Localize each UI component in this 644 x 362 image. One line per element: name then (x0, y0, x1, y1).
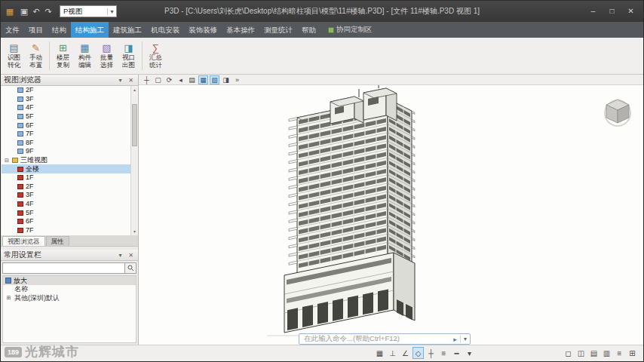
tree-group-3d-views[interactable]: ⊟三维视图 (2, 156, 137, 165)
ribbon-tab-项目[interactable]: 项目 (24, 22, 48, 38)
view-cube[interactable] (601, 94, 634, 127)
minimize-button[interactable]: – (584, 2, 603, 20)
tree-item-label: 4F (26, 103, 34, 112)
sidebar-tab-属性[interactable]: 属性 (46, 236, 69, 246)
collapse-panel-icon[interactable]: ▾ (116, 77, 124, 84)
run-command-icon[interactable]: ▸ (450, 336, 460, 343)
layout-split-icon[interactable]: ◫ (575, 347, 587, 359)
settings-search-input[interactable] (2, 262, 124, 274)
units-dropdown-icon[interactable]: ▾ (464, 347, 475, 359)
ribbon-tab-建筑施工[interactable]: 建筑施工 (109, 22, 146, 38)
toolbar-separator (49, 41, 50, 70)
orbit-icon[interactable]: ⟳ (164, 75, 174, 84)
tree-item-3d-4F[interactable]: 4F (2, 200, 137, 209)
section-box-icon[interactable]: ◨ (221, 75, 231, 84)
command-input[interactable]: 在此输入命令...(帮助Ctrl+F12) (299, 334, 450, 344)
tree-item-plan-9F[interactable]: 9F (2, 147, 137, 156)
command-history-icon[interactable]: ▾ (460, 336, 470, 342)
collapse-panel-icon[interactable]: ▾ (116, 252, 124, 259)
previous-view-icon[interactable]: ◂ (176, 75, 186, 84)
sidebar-tab-视图浏览器[interactable]: 视图浏览器 (2, 236, 45, 246)
building-model-3d[interactable] (139, 75, 643, 345)
tree-scrollbar[interactable]: ▴ ▾ (130, 86, 138, 235)
more-tools-icon[interactable]: » (232, 75, 242, 84)
3d-view-icon (17, 201, 23, 207)
tree-item-3d-1F[interactable]: 1F (2, 173, 137, 183)
panel-bottom-icon[interactable]: ▥ (601, 347, 612, 359)
dynamic-input-icon[interactable]: ≡ (438, 347, 449, 359)
wireframe-style-icon[interactable]: ▦ (198, 75, 208, 84)
tree-item-plan-8F[interactable]: 8F (2, 139, 137, 148)
crosshair-icon[interactable]: ┼ (425, 347, 437, 359)
close-panel-icon[interactable]: ✕ (127, 252, 135, 259)
redo-icon[interactable]: ↷ (42, 7, 54, 17)
ribbon-button-构件编辑[interactable]: ▦构件编辑 (75, 39, 95, 72)
quick-settings-group-放大[interactable]: 放大 (3, 276, 136, 285)
undo-icon[interactable]: ↶ (30, 7, 42, 17)
tree-item-plan-7F[interactable]: 7F (2, 130, 137, 139)
ribbon-button-楼层复制[interactable]: ⊞楼层复制 (53, 39, 73, 72)
layout-single-icon[interactable]: ◻ (563, 347, 574, 359)
tree-item-3d-全楼[interactable]: 全楼 (2, 164, 137, 173)
app-menu-icon[interactable]: ▦ (4, 7, 16, 17)
grid-snap-icon[interactable]: ▦ (374, 347, 385, 359)
pan-icon[interactable]: ┼ (142, 75, 152, 84)
ribbon-tab-文件[interactable]: 文件 (1, 22, 24, 38)
ribbon-button-识图转化[interactable]: ▤识图转化 (4, 39, 24, 72)
window-controls: – □ ✕ (584, 2, 640, 20)
chevron-down-icon[interactable]: ▾ (107, 8, 116, 15)
search-icon[interactable] (124, 262, 136, 274)
layout-icon[interactable]: ▤ (187, 75, 197, 84)
command-bar[interactable]: 在此输入命令...(帮助Ctrl+F12) ▸ ▾ (299, 333, 471, 345)
tree-item-label: 6F (26, 121, 34, 130)
ribbon-tab-机电安装[interactable]: 机电安装 (146, 22, 184, 38)
tree-item-plan-5F[interactable]: 5F (2, 112, 137, 121)
scroll-down-icon[interactable]: ▾ (131, 228, 138, 235)
close-button[interactable]: ✕ (621, 2, 640, 20)
watermark-badge: 189 (5, 347, 22, 357)
expander-icon[interactable]: ⊞ (5, 295, 12, 301)
polar-tracking-icon[interactable]: ∠ (400, 347, 411, 359)
maximize-button[interactable]: □ (603, 2, 621, 20)
panel-left-icon[interactable]: ▤ (588, 347, 600, 359)
tree-item-plan-6F[interactable]: 6F (2, 121, 137, 130)
scroll-up-icon[interactable]: ▴ (131, 86, 138, 94)
scrollbar-thumb[interactable] (132, 104, 137, 146)
ortho-icon[interactable]: ⊥ (387, 347, 398, 359)
ribbon-tab-装饰装修[interactable]: 装饰装修 (184, 22, 222, 38)
lineweight-icon[interactable]: ━ (451, 347, 462, 359)
ribbon-button-汇总统计[interactable]: ∑汇总统计 (146, 39, 166, 72)
ribbon-tab-测量统计[interactable]: 测量统计 (259, 22, 297, 38)
tree-item-plan-3F[interactable]: 3F (2, 95, 137, 104)
ribbon-tab-基本操作[interactable]: 基本操作 (222, 22, 259, 38)
tree-item-3d-2F[interactable]: 2F (2, 183, 137, 192)
ribbon-button-label: 统计 (149, 62, 162, 69)
expander-icon[interactable]: ⊟ (4, 158, 10, 164)
tree-item-plan-2F[interactable]: 2F (2, 86, 137, 95)
viewport[interactable]: ┼▢⟳◂▤▦▧◨» 在此输入命令...(帮助Ctrl+F12) ▸ ▾ (139, 75, 643, 345)
list-view-icon[interactable]: ≡ (614, 347, 625, 359)
close-panel-icon[interactable]: ✕ (127, 77, 135, 84)
tree-item-label: 9F (26, 147, 34, 155)
shaded-style-icon[interactable]: ▧ (210, 75, 219, 84)
ribbon-tab-帮助[interactable]: 帮助 (297, 22, 320, 38)
workspace-selector[interactable]: P视图 ▾ (60, 5, 117, 17)
ribbon-button-视口出图[interactable]: ◨视口出图 (118, 39, 139, 72)
tree-item-3d-3F[interactable]: 3F (2, 191, 137, 200)
quick-settings-item-其他(深圳)默认[interactable]: ⊞其他(深圳)默认 (3, 294, 136, 303)
object-snap-icon[interactable]: ◇ (412, 347, 424, 359)
grid-view-icon[interactable]: ⊞ (627, 347, 638, 359)
ribbon-tab-结构施工[interactable]: 结构施工 (71, 22, 109, 38)
ribbon-tab-结构[interactable]: 结构 (48, 22, 71, 38)
tree-item-3d-6F[interactable]: 6F (2, 217, 137, 226)
tree-item-3d-7F[interactable]: 7F (2, 226, 137, 235)
sidebar-tabs: 视图浏览器属性 (1, 235, 138, 247)
zoom-item-icon (5, 278, 11, 284)
collab-zone[interactable]: 协同定制区 (328, 22, 373, 38)
tree-item-3d-5F[interactable]: 5F (2, 208, 137, 217)
tree-item-plan-4F[interactable]: 4F (2, 103, 137, 112)
zoom-extents-icon[interactable]: ▢ (153, 75, 163, 84)
save-icon[interactable]: ▣ (18, 7, 30, 17)
ribbon-button-手动布置[interactable]: ✎手动布置 (26, 39, 46, 72)
ribbon-button-批量选择[interactable]: ▧批量选择 (97, 39, 117, 72)
